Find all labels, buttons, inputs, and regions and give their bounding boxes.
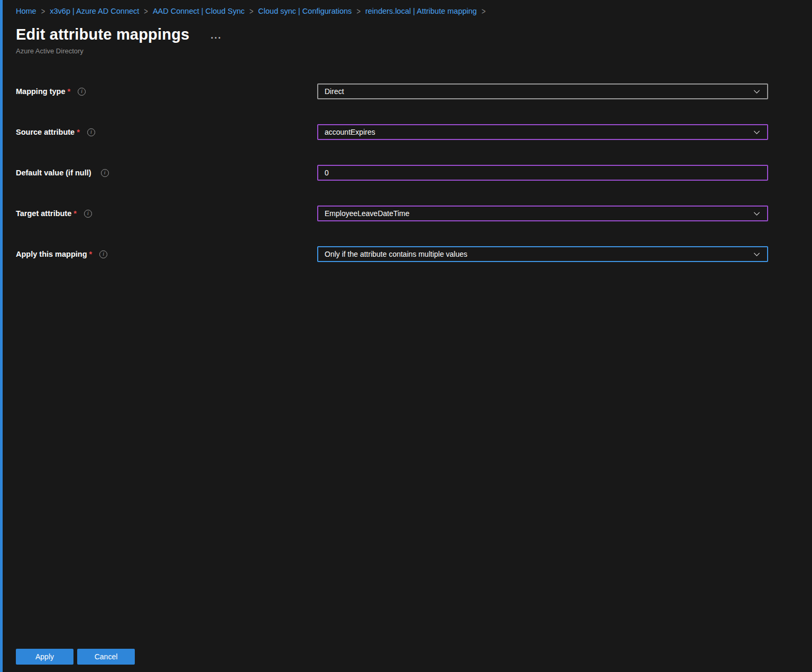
- required-asterisk: *: [73, 209, 77, 218]
- field-label: Target attribute: [16, 209, 71, 218]
- form-row-mapping-type: Mapping type * i Direct: [16, 83, 812, 99]
- breadcrumb-separator-icon: >: [41, 6, 45, 16]
- breadcrumb-link-aad-connect[interactable]: x3v6p | Azure AD Connect: [50, 7, 139, 15]
- info-icon[interactable]: i: [78, 88, 86, 96]
- required-asterisk: *: [89, 250, 93, 258]
- field-label: Apply this mapping: [16, 250, 87, 258]
- breadcrumb: Home > x3v6p | Azure AD Connect > AAD Co…: [16, 7, 812, 15]
- dropdown-selected-value: EmployeeLeaveDateTime: [325, 209, 410, 218]
- chevron-down-icon: [753, 128, 761, 136]
- field-label: Mapping type: [16, 87, 65, 96]
- form-row-default-value: Default value (if null) i: [16, 165, 812, 181]
- form-row-source-attribute: Source attribute * i accountExpires: [16, 124, 812, 140]
- breadcrumb-link-home[interactable]: Home: [16, 7, 36, 15]
- source-attribute-dropdown[interactable]: accountExpires: [317, 124, 768, 140]
- breadcrumb-separator-icon: >: [482, 6, 486, 16]
- chevron-down-icon: [753, 88, 761, 96]
- info-icon[interactable]: i: [99, 250, 107, 258]
- breadcrumb-separator-icon: >: [250, 6, 254, 16]
- breadcrumb-link-configurations[interactable]: Cloud sync | Configurations: [258, 7, 352, 15]
- blade-content: Home > x3v6p | Azure AD Connect > AAD Co…: [0, 0, 812, 262]
- target-attribute-dropdown[interactable]: EmployeeLeaveDateTime: [317, 206, 768, 221]
- more-options-button[interactable]: ...: [210, 32, 222, 38]
- mapping-type-dropdown[interactable]: Direct: [317, 83, 768, 99]
- cancel-button[interactable]: Cancel: [77, 649, 135, 665]
- page-title: Edit attribute mappings: [16, 26, 189, 43]
- chevron-down-icon: [753, 250, 761, 258]
- default-value-input[interactable]: [317, 165, 768, 181]
- breadcrumb-link-attribute-mapping[interactable]: reinders.local | Attribute mapping: [365, 7, 477, 15]
- apply-button[interactable]: Apply: [16, 649, 73, 665]
- required-asterisk: *: [77, 128, 80, 136]
- dropdown-selected-value: accountExpires: [325, 128, 375, 136]
- info-icon[interactable]: i: [101, 169, 109, 177]
- chevron-down-icon: [753, 210, 761, 218]
- breadcrumb-link-cloud-sync[interactable]: AAD Connect | Cloud Sync: [153, 7, 245, 15]
- dropdown-selected-value: Direct: [325, 87, 344, 96]
- field-label: Default value (if null): [16, 169, 91, 177]
- info-icon[interactable]: i: [84, 210, 92, 218]
- info-icon[interactable]: i: [87, 128, 95, 136]
- apply-this-mapping-dropdown[interactable]: Only if the attribute contains multiple …: [317, 246, 768, 262]
- form-row-apply-this-mapping: Apply this mapping * i Only if the attri…: [16, 246, 812, 262]
- page-subtitle: Azure Active Directory: [16, 47, 812, 55]
- attribute-mapping-form: Mapping type * i Direct Source attribute…: [16, 83, 812, 262]
- footer-actions: Apply Cancel: [16, 649, 135, 665]
- form-row-target-attribute: Target attribute * i EmployeeLeaveDateTi…: [16, 206, 812, 221]
- dropdown-selected-value: Only if the attribute contains multiple …: [325, 250, 467, 258]
- field-label: Source attribute: [16, 128, 75, 136]
- breadcrumb-separator-icon: >: [144, 6, 148, 16]
- breadcrumb-separator-icon: >: [356, 6, 361, 16]
- left-accent-bar: [0, 0, 3, 672]
- required-asterisk: *: [67, 87, 70, 96]
